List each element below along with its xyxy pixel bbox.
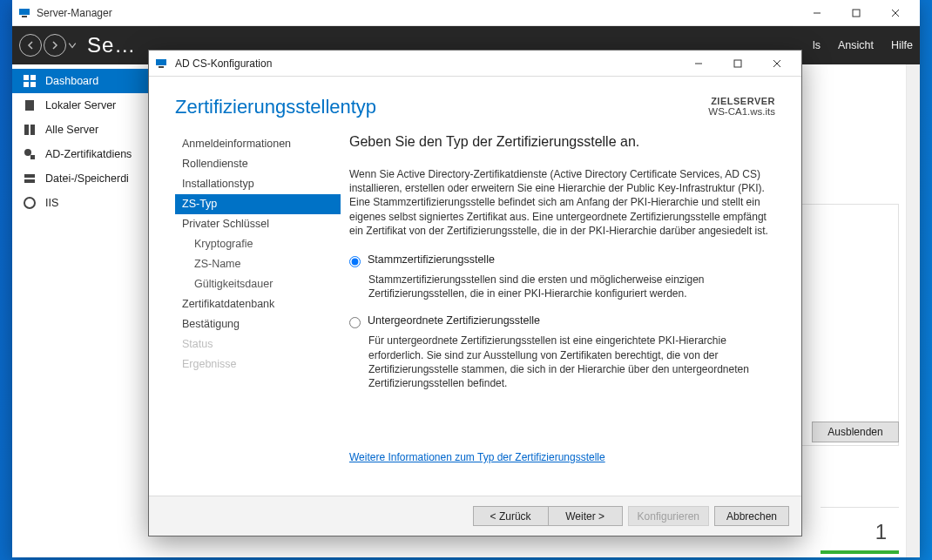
ausblenden-button[interactable]: Ausblenden — [812, 422, 899, 442]
nav-step-confirmation[interactable]: Bestätigung — [175, 314, 341, 334]
menu-partial[interactable]: ls — [813, 39, 821, 51]
svg-rect-8 — [24, 82, 29, 87]
svg-rect-7 — [30, 75, 36, 80]
radio-sub-ca-label[interactable]: Untergeordnete Zertifizierungsstelle — [368, 314, 540, 327]
dialog-icon — [154, 57, 168, 71]
nav-back-button[interactable] — [19, 34, 42, 57]
nav-step-validity[interactable]: Gültigkeitsdauer — [175, 274, 341, 294]
dialog-close-button[interactable] — [757, 51, 796, 76]
svg-rect-6 — [24, 75, 29, 80]
radio-root-ca-desc: Stammzertifizierungsstellen sind die ers… — [368, 273, 775, 300]
radio-sub-ca[interactable] — [349, 317, 361, 328]
svg-rect-14 — [30, 155, 35, 159]
sidebar-item-label: Datei-/Speicherdi — [45, 172, 129, 185]
nav-step-crypto[interactable]: Kryptografie — [175, 234, 341, 254]
nav-step-setuptype[interactable]: Installationstyp — [175, 174, 341, 194]
radio-root-ca[interactable] — [349, 256, 361, 267]
radio-root-ca-row[interactable]: Stammzertifizierungsstelle — [349, 253, 775, 267]
dialog-heading: Zertifizierungsstellentyp — [175, 96, 708, 118]
count-tile[interactable]: 1 — [821, 507, 899, 554]
server-manager-icon — [17, 6, 31, 20]
svg-rect-12 — [30, 125, 35, 135]
nav-forward-button[interactable] — [44, 34, 66, 57]
servers-icon — [23, 123, 37, 137]
nav-dropdown-icon[interactable] — [68, 34, 77, 57]
nav-step-catype[interactable]: ZS-Typ — [175, 194, 341, 214]
svg-rect-11 — [24, 125, 29, 135]
iis-icon — [23, 196, 37, 210]
dialog-body: Anmeldeinformationen Rollendienste Insta… — [149, 122, 801, 496]
main-titlebar: Server-Manager — [12, 0, 920, 26]
wizard-pane: Geben Sie den Typ der Zertifizierungsste… — [341, 134, 801, 496]
svg-rect-21 — [734, 60, 741, 67]
minimize-button[interactable] — [797, 0, 836, 26]
nav-step-status: Status — [175, 334, 341, 354]
pane-intro: Wenn Sie Active Directory-Zertifikatdien… — [349, 167, 775, 238]
svg-rect-3 — [853, 10, 860, 17]
back-button[interactable]: < Zurück — [473, 506, 548, 526]
close-button[interactable] — [875, 0, 915, 26]
radio-root-ca-label[interactable]: Stammzertifizierungsstelle — [368, 253, 495, 266]
dialog-header: Zertifizierungsstellentyp ZIELSERVER WS-… — [149, 77, 801, 122]
wizard-nav: Anmeldeinformationen Rollendienste Insta… — [149, 134, 341, 496]
nav-step-results: Ergebnisse — [175, 354, 341, 374]
sidebar-item-label: IIS — [45, 197, 58, 209]
svg-rect-19 — [159, 66, 164, 68]
server-icon — [23, 98, 37, 112]
svg-rect-18 — [156, 59, 166, 65]
menu-ansicht[interactable]: Ansicht — [838, 39, 874, 51]
dialog-minimize-button[interactable] — [679, 51, 718, 76]
dialog-maximize-button[interactable] — [718, 51, 757, 76]
next-button[interactable]: Weiter > — [548, 506, 623, 526]
cancel-button[interactable]: Abbrechen — [714, 506, 789, 526]
target-server-block: ZIELSERVER WS-CA1.ws.its — [708, 96, 775, 117]
adcs-config-dialog: AD CS-Konfiguration Zertifizierungsstell… — [148, 50, 802, 536]
svg-rect-0 — [19, 9, 30, 15]
nav-step-caname[interactable]: ZS-Name — [175, 254, 341, 274]
certificate-icon — [23, 147, 37, 161]
configure-button: Konfigurieren — [628, 506, 709, 526]
maximize-button[interactable] — [836, 0, 875, 26]
scrollbar[interactable] — [906, 64, 920, 557]
dialog-title: AD CS-Konfiguration — [175, 57, 679, 70]
svg-point-13 — [24, 149, 31, 156]
target-server-name: WS-CA1.ws.its — [708, 106, 775, 117]
sidebar-item-label: AD-Zertifikatdiens — [45, 148, 132, 160]
pane-subtitle: Geben Sie den Typ der Zertifizierungsste… — [349, 134, 775, 150]
svg-rect-1 — [22, 16, 27, 17]
radio-sub-ca-desc: Für untergeordnete Zertifizierungsstelle… — [368, 334, 775, 390]
count-value: 1 — [875, 520, 887, 543]
sidebar-item-label: Alle Server — [45, 124, 98, 136]
target-label: ZIELSERVER — [708, 96, 775, 106]
nav-step-certdb[interactable]: Zertifikatdatenbank — [175, 294, 341, 314]
dialog-footer: < Zurück Weiter > Konfigurieren Abbreche… — [149, 496, 801, 536]
svg-rect-10 — [25, 100, 34, 111]
main-title: Server-Manager — [37, 7, 797, 19]
nav-step-credentials[interactable]: Anmeldeinformationen — [175, 134, 341, 154]
svg-point-17 — [24, 198, 35, 208]
radio-sub-ca-row[interactable]: Untergeordnete Zertifizierungsstelle — [349, 314, 775, 328]
nav-step-roleservices[interactable]: Rollendienste — [175, 154, 341, 174]
nav-step-privatekey[interactable]: Privater Schlüssel — [175, 214, 341, 234]
more-info-link[interactable]: Weitere Informationen zum Typ der Zertif… — [349, 451, 605, 463]
dashboard-icon — [23, 74, 37, 88]
storage-icon — [23, 172, 37, 186]
menu-hilfe[interactable]: Hilfe — [891, 39, 913, 51]
svg-rect-15 — [24, 174, 35, 178]
svg-rect-9 — [30, 82, 36, 87]
dialog-titlebar: AD CS-Konfiguration — [149, 51, 801, 77]
sidebar-item-label: Dashboard — [45, 75, 98, 87]
sidebar-item-label: Lokaler Server — [45, 99, 116, 111]
svg-rect-16 — [24, 179, 35, 183]
